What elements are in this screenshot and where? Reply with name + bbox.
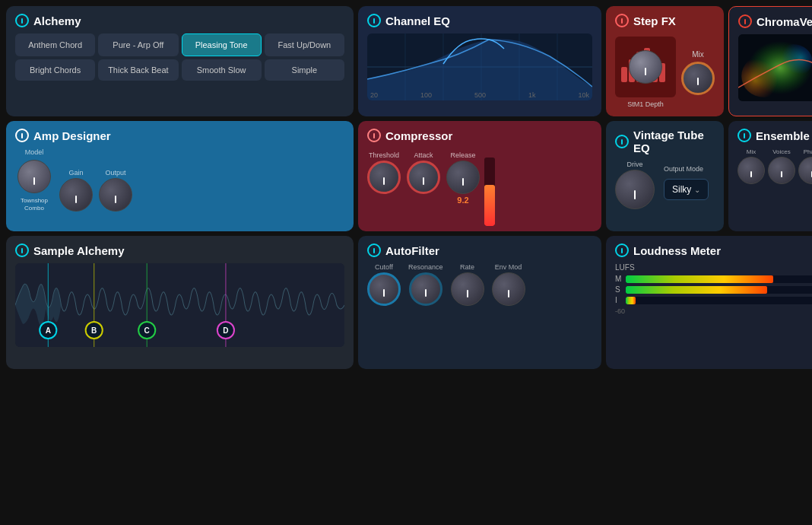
af-resonance-knob[interactable] <box>409 272 442 306</box>
comp-threshold-knob[interactable] <box>367 161 401 194</box>
loudness-m-bar-fill <box>626 275 773 283</box>
ensemble-mix-knob[interactable] <box>737 157 765 184</box>
comp-release-knob[interactable] <box>446 161 480 194</box>
amp-designer-plugin: Amp Designer Model TownshopCombo Gain Ou… <box>6 121 354 231</box>
ensemble-voices-knob[interactable] <box>768 157 795 184</box>
autofilter-controls: Cutoff Resonance Rate Env Mod <box>367 263 592 306</box>
amp-gain-group: Gain <box>59 169 93 212</box>
step-fx-depth-knob[interactable] <box>629 50 662 84</box>
vintage-eq-drive-label: Drive <box>626 161 642 168</box>
vintage-tube-eq-plugin: Vintage Tube EQ Drive Output Mode Silky … <box>606 121 724 231</box>
loudness-power-button[interactable] <box>615 243 629 257</box>
af-resonance-label: Resonance <box>408 263 443 271</box>
sample-alchemy-power-button[interactable] <box>15 243 29 257</box>
ensemble-phase-knob[interactable] <box>798 157 812 184</box>
channel-eq-power-button[interactable] <box>367 14 381 27</box>
sample-alchemy-header: Sample Alchemy <box>15 243 344 257</box>
eq-freq-20: 20 <box>370 91 378 99</box>
eq-display[interactable]: 20 100 500 1k 10k <box>367 33 592 100</box>
vintage-eq-header: Vintage Tube EQ <box>615 129 715 154</box>
af-envmod-label: Env Mod <box>495 263 522 271</box>
preset-bright-chords[interactable]: Bright Chords <box>15 59 95 81</box>
amp-output-knob[interactable] <box>99 178 132 212</box>
ensemble-mix-group: Mix <box>737 148 765 184</box>
chromaverb-header: ChromaVerb <box>738 14 812 28</box>
preset-smooth-slow[interactable]: Smooth Slow <box>182 59 262 81</box>
channel-eq-plugin: Channel EQ 20 100 500 <box>358 6 601 116</box>
ensemble-voices-label: Voices <box>772 148 791 155</box>
loudness-m-row: M <box>615 275 812 283</box>
amp-model-knob[interactable] <box>17 160 51 193</box>
ensemble-plugin: Ensemble Mix Voices Phase Spread <box>728 121 812 231</box>
vintage-eq-drive-knob[interactable] <box>615 170 655 209</box>
chromaverb-display[interactable] <box>738 34 812 101</box>
svg-text:C: C <box>144 326 150 335</box>
comp-threshold-group: Threshold <box>367 151 401 194</box>
amp-designer-header: Amp Designer <box>15 129 344 142</box>
preset-thick-back[interactable]: Thick Back Beat <box>98 59 178 81</box>
vintage-eq-output-mode-label: Output Mode <box>664 165 703 173</box>
step-fx-title: Step FX <box>633 14 676 27</box>
compressor-meter <box>484 158 495 226</box>
preset-anthem-chord[interactable]: Anthem Chord <box>15 33 95 56</box>
svg-text:B: B <box>91 326 97 335</box>
af-resonance-group: Resonance <box>408 263 443 306</box>
alchemy-preset-grid: Anthem Chord Pure - Arp Off Pleasing Ton… <box>15 33 344 81</box>
step-fx-header: Step FX <box>615 14 715 27</box>
loudness-m-letter: M <box>615 275 623 283</box>
comp-release-group: Release 9.2 <box>446 151 480 205</box>
loudness-meter-plugin: Loudness Meter LUFS M S I <box>606 236 812 369</box>
compressor-plugin: Compressor Threshold Attack Release 9.2 <box>358 121 601 231</box>
alchemy-title: Alchemy <box>33 14 81 27</box>
ensemble-phase-label: Phase <box>804 148 812 155</box>
step-fx-power-button[interactable] <box>615 14 629 27</box>
svg-text:D: D <box>223 326 228 335</box>
vintage-eq-output-mode-value: Silky <box>672 184 691 195</box>
loudness-i-bar-bg <box>626 297 812 304</box>
comp-meter-fill <box>484 185 495 226</box>
loudness-s-letter: S <box>615 285 623 294</box>
amp-gain-knob[interactable] <box>59 178 93 212</box>
alchemy-plugin: Alchemy Anthem Chord Pure - Arp Off Plea… <box>6 6 354 116</box>
af-envmod-group: Env Mod <box>492 263 525 306</box>
vintage-eq-title: Vintage Tube EQ <box>633 129 715 154</box>
step-fx-mix-knob[interactable] <box>681 62 715 95</box>
preset-pure-arp[interactable]: Pure - Arp Off <box>98 33 178 56</box>
preset-simple[interactable]: Simple <box>265 59 344 81</box>
ensemble-header: Ensemble <box>737 129 812 142</box>
ensemble-title: Ensemble <box>756 129 810 142</box>
chromaverb-power-button[interactable] <box>738 14 752 28</box>
af-rate-knob[interactable] <box>451 272 484 306</box>
af-rate-label: Rate <box>460 263 474 271</box>
sample-alchemy-waveform[interactable]: A B C D <box>15 263 344 347</box>
alchemy-power-button[interactable] <box>15 14 29 27</box>
eq-freq-1k: 1k <box>528 91 536 99</box>
step-fx-content: StM1 Depth Mix <box>615 33 715 111</box>
alchemy-header: Alchemy <box>15 14 344 27</box>
ensemble-controls: Mix Voices Phase Spread <box>737 148 812 184</box>
af-cutoff-group: Cutoff <box>367 263 401 306</box>
vintage-eq-power-button[interactable] <box>615 135 629 148</box>
comp-release-label: Release <box>450 151 475 159</box>
autofilter-power-button[interactable] <box>367 243 381 257</box>
loudness-i-row: I <box>615 296 812 304</box>
ensemble-power-button[interactable] <box>737 129 751 142</box>
af-envmod-knob[interactable] <box>492 272 525 306</box>
svg-rect-17 <box>15 263 344 347</box>
af-cutoff-knob[interactable] <box>367 272 401 306</box>
loudness-title: Loudness Meter <box>633 244 721 257</box>
compressor-power-button[interactable] <box>367 129 381 142</box>
preset-fast-updown[interactable]: Fast Up/Down <box>265 33 344 56</box>
loudness-s-bar-bg <box>626 286 812 294</box>
comp-attack-knob[interactable] <box>407 161 440 194</box>
ensemble-voices-group: Voices <box>768 148 795 184</box>
preset-pleasing-tone[interactable]: Pleasing Tone <box>182 33 262 56</box>
step-fx-waveform[interactable] <box>615 37 676 97</box>
vintage-eq-output-mode-select[interactable]: Silky ⌄ <box>664 179 709 200</box>
amp-designer-power-button[interactable] <box>15 129 29 142</box>
amp-designer-title: Amp Designer <box>33 129 111 142</box>
autofilter-header: AutoFilter <box>367 243 592 257</box>
comp-release-value: 9.2 <box>457 196 468 205</box>
compressor-controls: Threshold Attack Release 9.2 <box>367 151 480 205</box>
svg-text:A: A <box>46 326 51 335</box>
